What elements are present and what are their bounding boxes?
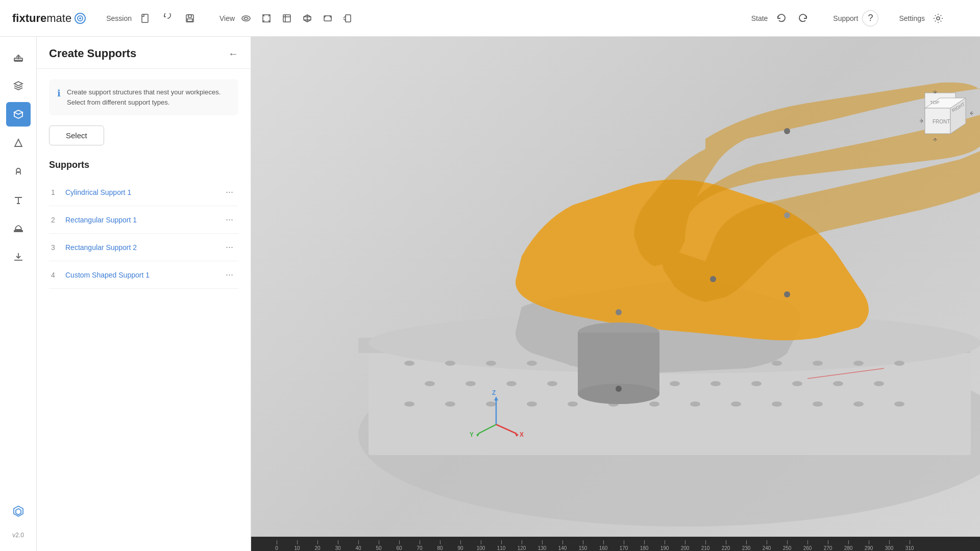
ruler-mark: 300	[879, 540, 899, 551]
fit-view-button[interactable]	[257, 9, 276, 28]
sidebar-item-cap[interactable]	[6, 216, 31, 241]
top-view-button[interactable]	[318, 9, 337, 28]
sidebar-item-layers[interactable]	[6, 73, 31, 98]
ruler-mark: 80	[430, 540, 450, 551]
side-view-button[interactable]	[339, 9, 357, 28]
list-item: 1 Cylindrical Support 1 ···	[49, 179, 238, 206]
ruler-mark: 130	[532, 540, 552, 551]
svg-point-64	[616, 309, 622, 315]
sidebar-item-upload[interactable]	[6, 45, 31, 69]
svg-rect-5	[187, 19, 192, 21]
viewport[interactable]: Z X Y FRONT RIGHT	[251, 37, 980, 551]
support-label: Support	[833, 14, 858, 22]
svg-point-51	[690, 402, 700, 407]
settings-section: Settings	[899, 9, 947, 28]
svg-point-12	[937, 17, 940, 20]
supports-section-label: Supports	[49, 160, 238, 170]
svg-point-44	[404, 402, 414, 407]
redo-button[interactable]	[794, 9, 813, 28]
panel-title: Create Supports	[49, 47, 136, 60]
svg-point-60	[784, 128, 790, 134]
settings-label: Settings	[899, 14, 925, 22]
topbar: fixturemate Session View	[0, 0, 980, 37]
ruler-mark: 220	[716, 540, 736, 551]
svg-text:X: X	[520, 431, 524, 438]
svg-point-34	[506, 381, 517, 386]
state-section: State	[751, 9, 813, 28]
info-section: ℹ Create support structures that nest yo…	[49, 79, 238, 115]
support-menu-button-1[interactable]: ···	[223, 186, 236, 198]
undo-button[interactable]	[772, 9, 790, 28]
support-menu-button-4[interactable]: ···	[223, 268, 236, 281]
panel-back-button[interactable]: ←	[228, 48, 238, 60]
sidebar-item-supports[interactable]	[6, 102, 31, 127]
svg-rect-9	[283, 15, 290, 22]
select-button[interactable]: Select	[49, 126, 104, 145]
support-menu-button-3[interactable]: ···	[223, 241, 236, 254]
svg-rect-2	[142, 14, 148, 22]
svg-point-30	[853, 361, 864, 366]
ruler-mark: 10	[287, 540, 307, 551]
panel-header: Create Supports ←	[37, 37, 251, 69]
list-item: 2 Rectangular Support 1 ···	[49, 206, 238, 234]
svg-point-40	[751, 381, 762, 386]
support-menu-button-2[interactable]: ···	[223, 213, 236, 226]
svg-point-7	[244, 17, 248, 19]
help-button[interactable]: ?	[862, 10, 878, 27]
iso-view-button[interactable]	[298, 9, 316, 28]
ruler: 0 10 20 30 40 50 60 70 80 90 100 110 120…	[251, 537, 980, 551]
ruler-mark: 190	[654, 540, 675, 551]
panel-body: ℹ Create support structures that nest yo…	[37, 69, 251, 551]
sidebar-item-download[interactable]	[6, 245, 31, 269]
ruler-mark: 120	[511, 540, 532, 551]
history-button[interactable]	[158, 9, 177, 28]
svg-point-46	[486, 402, 496, 407]
ruler-mark: 140	[552, 540, 573, 551]
ruler-mark: 250	[777, 540, 797, 551]
sidebar-item-fixture[interactable]	[6, 159, 31, 184]
sidebar-item-text[interactable]	[6, 188, 31, 212]
sidebar-item-hex[interactable]	[6, 499, 31, 523]
svg-point-42	[833, 381, 843, 386]
svg-point-47	[527, 402, 537, 407]
new-file-button[interactable]	[136, 9, 154, 28]
ruler-mark: 290	[859, 540, 879, 551]
session-label: Session	[106, 14, 132, 22]
ruler-mark: 60	[389, 540, 409, 551]
settings-button[interactable]	[929, 9, 947, 28]
ruler-mark: 50	[369, 540, 389, 551]
svg-point-61	[784, 212, 790, 218]
svg-point-32	[425, 381, 435, 386]
svg-point-45	[445, 402, 455, 407]
ruler-mark: 280	[838, 540, 859, 551]
ruler-mark: 160	[593, 540, 614, 551]
panel: Create Supports ← ℹ Create support struc…	[37, 37, 251, 551]
list-item: 3 Rectangular Support 2 ···	[49, 234, 238, 261]
svg-point-20	[445, 361, 455, 366]
svg-point-6	[242, 16, 250, 21]
svg-rect-11	[346, 15, 351, 22]
ruler-mark: 110	[491, 540, 511, 551]
ruler-mark: 150	[573, 540, 593, 551]
svg-point-35	[547, 381, 557, 386]
svg-point-62	[784, 291, 790, 297]
save-button[interactable]	[181, 9, 199, 28]
svg-point-53	[772, 402, 782, 407]
svg-point-38	[670, 381, 680, 386]
front-view-button[interactable]	[278, 9, 296, 28]
svg-point-65	[616, 386, 622, 392]
ruler-mark: 210	[695, 540, 716, 551]
list-item: 4 Custom Shaped Support 1 ···	[49, 261, 238, 289]
perspective-view-button[interactable]	[237, 9, 255, 28]
svg-text:Z: Z	[492, 389, 496, 396]
ruler-mark: 240	[756, 540, 777, 551]
svg-rect-4	[188, 15, 191, 17]
svg-point-56	[894, 402, 904, 407]
logo-icon	[75, 13, 86, 24]
sidebar-item-shape[interactable]	[6, 131, 31, 155]
svg-point-33	[465, 381, 476, 386]
main-layout: v2.0 Create Supports ← ℹ Create support …	[0, 37, 980, 551]
ruler-mark: 170	[614, 540, 634, 551]
scene-svg: Z X Y FRONT RIGHT	[251, 37, 980, 551]
info-icon: ℹ	[57, 88, 61, 99]
